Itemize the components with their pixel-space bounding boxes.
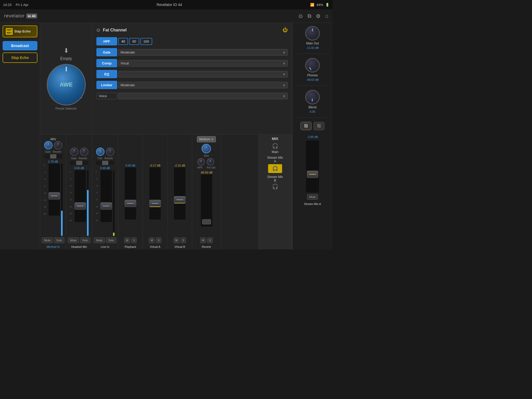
reverb-m-button[interactable]: M (200, 237, 206, 243)
logo-text: revelator (4, 13, 25, 19)
virtual-a-fader-track[interactable] (149, 168, 161, 220)
linein-reverb-knob[interactable] (106, 148, 114, 156)
main-out-knob[interactable] (305, 26, 320, 41)
reverb-medium-label: Medium (199, 137, 210, 141)
main-content: HOTKEY Slap Echo Broadcast Slap Echo ⬇ E… (0, 23, 332, 249)
reverb-fader-handle[interactable] (202, 219, 211, 224)
eq-button[interactable]: EQ (96, 70, 117, 78)
mic-fader-handle[interactable] (49, 192, 60, 200)
hotkey-button[interactable]: HOTKEY Slap Echo (3, 25, 37, 37)
stream-mix-a-fader-track[interactable] (306, 141, 319, 192)
main-dest-label: Main (272, 150, 278, 154)
headset-fader-value: 0.00 dB (74, 167, 84, 170)
gear-icon[interactable]: ⚙ (316, 13, 321, 19)
48v-badge[interactable]: 48V (50, 137, 56, 141)
headset-knobs (70, 148, 88, 156)
gate-button[interactable]: Gate (96, 48, 117, 56)
virtual-b-m-button[interactable]: M (174, 237, 179, 243)
broadcast-button[interactable]: Broadcast (3, 41, 37, 50)
headset-gain-knob[interactable] (70, 148, 78, 156)
stream-mix-a-mute-button[interactable]: Mute (307, 194, 318, 200)
mic-mute-button[interactable]: Mute (42, 237, 53, 243)
headset-pan[interactable] (70, 161, 88, 165)
voice-button[interactable]: Voice (96, 93, 117, 99)
phones-knob[interactable] (305, 58, 320, 72)
channel-mic-inst: 48V Gain Reverb 1.70 dB (40, 135, 66, 249)
mic-fader-track[interactable] (49, 164, 60, 216)
top-row: ⬇ Empty 1 2 3 4 5 6 (40, 23, 292, 135)
linein-fader-value: 0.00 dB (100, 167, 110, 170)
playback-s-button[interactable]: S (131, 237, 137, 243)
reverb-medium-selector[interactable]: Medium ∨ (197, 136, 216, 142)
fat-channel-power[interactable]: ⏻ (283, 27, 288, 33)
headset-fader-track[interactable] (75, 170, 86, 222)
left-panel: HOTKEY Slap Echo Broadcast Slap Echo (0, 23, 40, 249)
headset-mute-button[interactable]: Mute (68, 237, 79, 243)
circle-icon[interactable]: ⊙ (298, 13, 303, 19)
stream-b-headphone-icon[interactable]: 🎧 (272, 183, 278, 190)
hpf-button[interactable]: HPF (96, 37, 117, 45)
headset-solo-button[interactable]: Solo (80, 237, 90, 243)
headset-knob-labels: Gain Reverb (71, 157, 87, 160)
reverb-predel-knob[interactable] (207, 158, 214, 165)
reverb-size-knob[interactable] (202, 144, 211, 153)
headset-reverb-knob[interactable] (80, 148, 88, 156)
slap-echo-button[interactable]: Slap Echo (3, 52, 37, 63)
hpf-160-button[interactable]: 160 (140, 38, 152, 45)
stream-mix-a-fader-handle[interactable] (307, 171, 318, 178)
fat-channel: ⊙ Fat Channel ⏻ HPF 40 80 160 (92, 23, 292, 134)
gate-dropdown[interactable]: Moderate ∨ (118, 49, 288, 56)
reverb-fader-track[interactable] (201, 175, 212, 227)
comp-dropdown[interactable]: Vocal ∨ (118, 60, 288, 66)
playback-m-button[interactable]: M (124, 237, 130, 243)
link-active-button[interactable]: ⛓ (301, 122, 311, 130)
stream-a-label: Stream MixA (267, 156, 283, 163)
limiter-dropdown[interactable]: Moderate ∨ (118, 82, 288, 88)
virtual-a-s-button[interactable]: S (156, 237, 161, 243)
linein-fader-track[interactable] (101, 170, 112, 222)
linein-fader-handle[interactable] (101, 202, 112, 210)
channel-line-in: Trim Reverb 0.00 dB 0 -2 -4 -6 10 (92, 135, 118, 249)
headset-fader-scale: 0 -2 -4 -6 10 20 30 50 (70, 170, 74, 222)
link-inactive-button[interactable]: ⛓ (314, 122, 324, 130)
voice-dropdown[interactable]: ∨ (118, 93, 288, 99)
reverb-s-button[interactable]: S (207, 237, 212, 243)
stream-a-headphone-button[interactable]: 🎧 (268, 164, 282, 173)
linein-solo-button[interactable]: Solo (106, 237, 116, 243)
limiter-button[interactable]: Limiter (96, 81, 117, 89)
main-headphone-icon[interactable]: 🎧 (272, 143, 278, 149)
headset-fader-handle[interactable] (75, 202, 86, 210)
blend-knob[interactable] (305, 90, 320, 104)
playback-fader-handle[interactable] (125, 200, 136, 207)
preset-knob[interactable]: AWE (47, 64, 86, 105)
mic-reverb-knob[interactable] (54, 141, 62, 149)
comp-button[interactable]: Comp (96, 59, 117, 67)
mic-knob-labels: Gain Reverb (45, 150, 61, 153)
mic-gain-knob[interactable] (44, 141, 52, 149)
playback-fader-track[interactable] (125, 168, 136, 220)
mic-fader-area: 0 -2 -4 -6 10 20 30 50 (41, 164, 65, 236)
mic-solo-button[interactable]: Solo (54, 237, 64, 243)
reverb-hpf-knob[interactable] (197, 158, 205, 165)
fat-comp-row: Comp Vocal ∨ (96, 58, 288, 68)
mic-pan[interactable] (44, 154, 62, 158)
linein-channel-buttons: Mute Solo (94, 237, 116, 243)
home-icon[interactable]: ⌂ (325, 13, 328, 19)
linein-pan[interactable] (96, 161, 114, 165)
virtual-a-fader-handle[interactable] (149, 200, 161, 207)
download-icon[interactable]: ⬇ (64, 47, 69, 54)
linein-trim-knob[interactable] (96, 148, 104, 156)
preset-title: Empty (60, 56, 72, 61)
gate-value: Moderate (121, 50, 135, 54)
fat-hpf-row: HPF 40 80 160 (96, 37, 288, 46)
virtual-b-s-button[interactable]: S (181, 237, 186, 243)
virtual-a-m-button[interactable]: M (149, 237, 155, 243)
virtual-b-fader-track[interactable] (174, 168, 185, 220)
linein-mute-button[interactable]: Mute (94, 237, 105, 243)
hpf-80-button[interactable]: 80 (129, 38, 139, 45)
linein-knobs (96, 148, 114, 156)
eq-dropdown[interactable]: ∨ (118, 71, 288, 77)
hpf-40-button[interactable]: 40 (118, 38, 128, 45)
virtual-b-fader-handle[interactable] (174, 196, 185, 203)
copy-icon[interactable]: ⧉ (308, 13, 311, 19)
